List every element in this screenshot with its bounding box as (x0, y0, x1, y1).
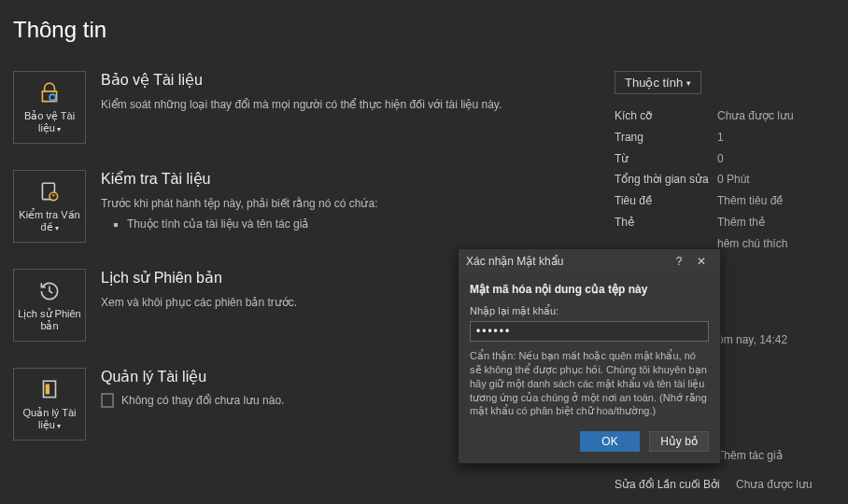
prop-edittime-value: 0 Phút (717, 169, 750, 190)
prop-words-value: 0 (717, 148, 724, 170)
prop-words-label: Từ (615, 148, 717, 170)
password-input[interactable] (470, 321, 709, 342)
prop-title-label: Tiêu đề (615, 190, 717, 212)
chevron-down-icon: ▾ (686, 78, 691, 88)
last-mod-by-value: Chưa được lưu (736, 474, 813, 496)
svg-rect-5 (102, 394, 113, 407)
dialog-header: Mật mã hóa nội dung của tệp này (470, 283, 709, 296)
chevron-down-icon: ▾ (57, 422, 61, 430)
confirm-password-dialog: Xác nhận Mật khẩu ? ✕ Mật mã hóa nội dun… (458, 248, 721, 464)
prop-tags-value[interactable]: Thêm thẻ (717, 212, 765, 233)
manage-none-text: Không có thay đổi chưa lưu nào. (121, 394, 284, 407)
document-small-icon (101, 393, 114, 408)
ok-button[interactable]: OK (580, 431, 640, 452)
inspect-icon (36, 179, 63, 205)
prop-edittime-label: Tổng thời gian sửa (615, 169, 717, 190)
chevron-down-icon: ▾ (55, 224, 59, 232)
password-warning: Cẩn thận: Nếu bạn mất hoặc quên mật khẩu… (470, 349, 709, 418)
protect-desc: Kiểm soát những loại thay đổi mà mọi ngư… (101, 96, 611, 113)
properties-button[interactable]: Thuộc tính ▾ (615, 71, 701, 94)
help-button[interactable]: ? (668, 255, 690, 268)
add-author[interactable]: Thêm tác giả (717, 445, 783, 467)
close-button[interactable]: ✕ (690, 255, 713, 268)
svg-rect-4 (46, 384, 49, 394)
prop-tags-label: Thẻ (615, 212, 717, 233)
lock-icon (36, 80, 63, 106)
inspect-heading: Kiểm tra Tài liệu (101, 170, 611, 188)
svg-point-2 (49, 192, 58, 201)
manage-tile-label: Quản lý Tài liệu (23, 407, 77, 430)
history-tile-label: Lịch sử Phiên bản (18, 308, 81, 332)
protect-document-button[interactable]: Bảo vệ Tài liệu▾ (13, 71, 86, 144)
protect-tile-label: Bảo vệ Tài liệu (24, 110, 75, 133)
prop-comments-value[interactable]: hêm chú thích (717, 233, 787, 255)
cancel-button[interactable]: Hủy bỏ (649, 431, 709, 452)
prop-size-value: Chưa được lưu (717, 105, 794, 127)
dialog-title: Xác nhận Mật khẩu (466, 255, 563, 268)
version-history-button[interactable]: Lịch sử Phiên bản (13, 269, 86, 342)
inspect-tile-label: Kiểm tra Vấn đề (19, 209, 79, 232)
prop-pages-value: 1 (717, 127, 724, 148)
manage-document-button[interactable]: Quản lý Tài liệu▾ (13, 368, 86, 441)
chevron-down-icon: ▾ (57, 125, 61, 133)
prop-pages-label: Trang (615, 127, 717, 148)
history-icon (36, 278, 63, 304)
prop-size-label: Kích cỡ (615, 105, 717, 127)
prop-title-value[interactable]: Thêm tiêu đề (717, 190, 783, 212)
document-icon (36, 377, 63, 403)
inspect-desc: Trước khi phát hành tệp này, phải biết r… (101, 195, 611, 212)
check-issues-button[interactable]: Kiểm tra Vấn đề▾ (13, 170, 86, 243)
section-protect: Bảo vệ Tài liệu▾ Bảo vệ Tài liệu Kiểm so… (13, 71, 611, 144)
protect-heading: Bảo vệ Tài liệu (101, 71, 611, 89)
password-label: Nhập lại mật khẩu: (470, 305, 709, 317)
prop-today-value: ôm nay, 14:42 (717, 329, 787, 351)
inspect-bullet: Thuộc tính của tài liệu và tên tác giả (127, 216, 611, 232)
page-title: Thông tin (0, 0, 848, 43)
last-mod-by-label: Sửa đổi Lần cuối Bởi (615, 474, 736, 496)
section-inspect: Kiểm tra Vấn đề▾ Kiểm tra Tài liệu Trước… (13, 170, 611, 243)
